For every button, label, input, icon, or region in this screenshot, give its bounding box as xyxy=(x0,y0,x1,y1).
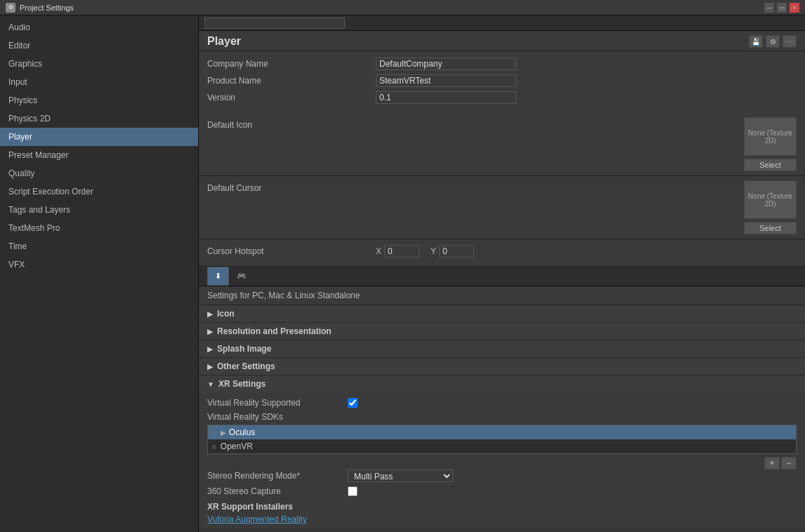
vr-supported-label: Virtual Reality Supported xyxy=(207,398,348,408)
oculus-label: Oculus xyxy=(229,427,255,437)
openvr-label: OpenVR xyxy=(221,441,253,451)
other-arrow: ▶ xyxy=(207,363,213,371)
sidebar-item-vfx[interactable]: VFX xyxy=(0,255,198,274)
hotspot-x-input[interactable] xyxy=(384,245,419,258)
sdk-item-openvr[interactable]: ≡ OpenVR xyxy=(208,439,796,453)
main-layout: Audio Editor Graphics Input Physics Phys… xyxy=(0,15,805,532)
icon-section-arrow: ▶ xyxy=(207,310,213,318)
company-name-input[interactable] xyxy=(376,58,516,70)
version-input[interactable] xyxy=(376,91,516,104)
sdk-list-controls: + − xyxy=(207,457,797,470)
default-cursor-select-button[interactable]: Select xyxy=(744,222,797,234)
vr-sdks-section: Virtual Reality SDKs ≡ ▶ Oculus ≡ OpenVR xyxy=(207,412,797,470)
sidebar-item-tags[interactable]: Tags and Layers xyxy=(0,201,198,219)
other-section-header[interactable]: ▶ Other Settings xyxy=(199,358,805,375)
stereo-capture-checkbox[interactable] xyxy=(348,486,358,496)
xr-settings-content: Virtual Reality Supported Virtual Realit… xyxy=(199,392,805,530)
tab-standalone-icon: ⬇ xyxy=(215,272,221,281)
maximize-button[interactable]: ▭ xyxy=(777,3,787,13)
splash-label: Splash Image xyxy=(217,344,271,354)
resolution-label: Resolution and Presentation xyxy=(217,326,332,336)
default-icon-select-button[interactable]: Select xyxy=(744,159,797,171)
stereo-capture-label: 360 Stereo Capture xyxy=(207,486,348,496)
vr-supported-checkbox[interactable] xyxy=(348,398,358,408)
sdk-list-wrap: ≡ ▶ Oculus ≡ OpenVR ↓ xyxy=(207,425,797,454)
sidebar-item-quality[interactable]: Quality xyxy=(0,164,198,182)
oculus-drag-handle: ≡ xyxy=(212,429,216,437)
default-cursor-label: Default Cursor xyxy=(207,180,376,193)
default-icon-right: None (Texture 2D) Select xyxy=(744,117,797,171)
splash-section-header[interactable]: ▶ Splash Image xyxy=(199,340,805,357)
product-name-row: Product Name xyxy=(207,74,797,88)
cursor-hotspot-section: Cursor Hotspot X Y xyxy=(199,239,805,267)
search-input[interactable] xyxy=(204,18,345,29)
sidebar: Audio Editor Graphics Input Physics Phys… xyxy=(0,15,199,532)
more-icon-button[interactable]: ⋯ xyxy=(783,35,797,48)
sidebar-item-script[interactable]: Script Execution Order xyxy=(0,182,198,201)
splash-section: ▶ Splash Image xyxy=(199,340,805,358)
tab-standalone[interactable]: ⬇ xyxy=(207,267,229,286)
add-sdk-button[interactable]: + xyxy=(764,457,780,470)
hotspot-y-label: Y xyxy=(431,246,436,256)
settings-for-label: Settings for PC, Mac & Linux Standalone xyxy=(199,286,805,305)
default-icon-section: Default Icon None (Texture 2D) Select xyxy=(199,113,805,176)
sidebar-item-editor[interactable]: Editor xyxy=(0,36,198,55)
minimize-button[interactable]: ─ xyxy=(764,3,774,13)
other-label: Other Settings xyxy=(217,361,275,371)
sidebar-item-audio[interactable]: Audio xyxy=(0,18,198,36)
sidebar-item-physics[interactable]: Physics xyxy=(0,91,198,109)
version-label: Version xyxy=(207,93,376,102)
stereo-mode-select[interactable]: Multi Pass Single Pass Single Pass Insta… xyxy=(348,470,453,482)
sdk-list: ≡ ▶ Oculus ≡ OpenVR xyxy=(207,425,797,454)
sidebar-item-player[interactable]: Player xyxy=(0,128,198,146)
default-icon-preview: None (Texture 2D) xyxy=(744,117,797,156)
company-name-row: Company Name xyxy=(207,57,797,71)
product-name-input[interactable] xyxy=(376,74,516,87)
vuforia-link[interactable]: Vuforia Augmented Reality xyxy=(207,514,307,524)
sidebar-item-graphics[interactable]: Graphics xyxy=(0,55,198,73)
xr-support-title: XR Support Installers xyxy=(207,502,797,512)
stereo-mode-label: Stereo Rendering Mode* xyxy=(207,471,348,481)
hotspot-xy: X Y xyxy=(376,245,474,258)
sidebar-item-input[interactable]: Input xyxy=(0,73,198,91)
openvr-drag-handle: ≡ xyxy=(212,443,216,451)
settings-icon-button[interactable]: ⚙ xyxy=(766,35,780,48)
remove-sdk-button[interactable]: − xyxy=(781,457,797,470)
resolution-section: ▶ Resolution and Presentation xyxy=(199,323,805,340)
other-section: ▶ Other Settings xyxy=(199,358,805,375)
icon-section-header[interactable]: ▶ Icon xyxy=(199,305,805,322)
resolution-arrow: ▶ xyxy=(207,328,213,335)
window-controls: ─ ▭ × xyxy=(764,3,799,13)
window-title: Project Settings xyxy=(20,4,760,12)
default-icon-none-text: None (Texture 2D) xyxy=(745,129,796,145)
search-bar xyxy=(199,15,805,31)
sdk-item-oculus[interactable]: ≡ ▶ Oculus xyxy=(208,425,796,439)
default-cursor-right: None (Texture 2D) Select xyxy=(744,180,797,234)
resolution-section-header[interactable]: ▶ Resolution and Presentation xyxy=(199,323,805,340)
header-icons: 💾 ⚙ ⋯ xyxy=(749,35,797,48)
sidebar-item-preset[interactable]: Preset Manager xyxy=(0,146,198,164)
hotspot-x-pair: X xyxy=(376,245,419,258)
xr-section-header[interactable]: ▼ XR Settings xyxy=(199,375,805,392)
oculus-arrow: ▶ xyxy=(221,429,226,437)
stereo-mode-row: Stereo Rendering Mode* Multi Pass Single… xyxy=(207,470,797,482)
platform-tabs: ⬇ 🎮 xyxy=(199,267,805,286)
xr-section-label: XR Settings xyxy=(218,379,266,389)
hotspot-y-pair: Y xyxy=(431,245,474,258)
close-button[interactable]: × xyxy=(790,3,799,13)
product-name-label: Product Name xyxy=(207,76,376,86)
company-name-label: Company Name xyxy=(207,59,376,69)
save-icon-button[interactable]: 💾 xyxy=(749,35,763,48)
default-cursor-none-text: None (Texture 2D) xyxy=(745,192,796,208)
hotspot-y-input[interactable] xyxy=(439,245,474,258)
window-icon: ⚙ xyxy=(6,3,15,13)
default-cursor-preview: None (Texture 2D) xyxy=(744,180,797,219)
basic-info-section: Company Name Product Name Version xyxy=(199,51,805,113)
sidebar-item-textmesh[interactable]: TextMesh Pro xyxy=(0,219,198,237)
stereo-capture-row: 360 Stereo Capture xyxy=(207,486,797,496)
version-row: Version xyxy=(207,91,797,105)
tab-console[interactable]: 🎮 xyxy=(229,267,254,286)
sidebar-item-time[interactable]: Time xyxy=(0,237,198,255)
sidebar-item-physics2d[interactable]: Physics 2D xyxy=(0,109,198,128)
hotspot-row: Cursor Hotspot X Y xyxy=(207,245,797,258)
